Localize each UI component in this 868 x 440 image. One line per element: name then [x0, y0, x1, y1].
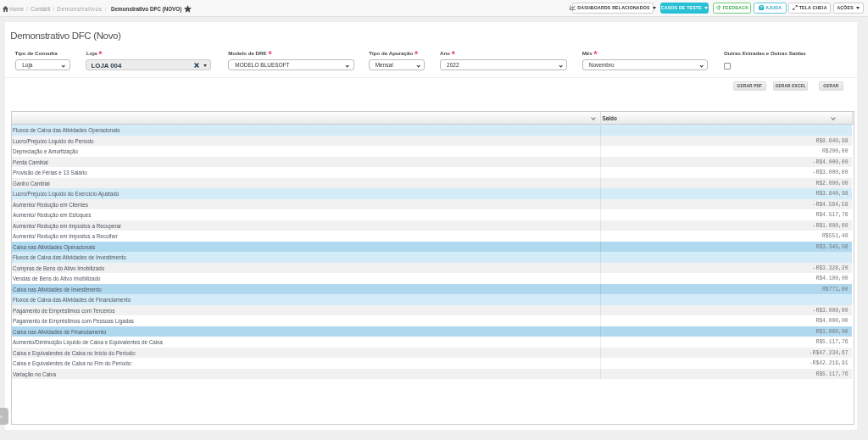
svg-text:?: ? — [760, 5, 762, 10]
